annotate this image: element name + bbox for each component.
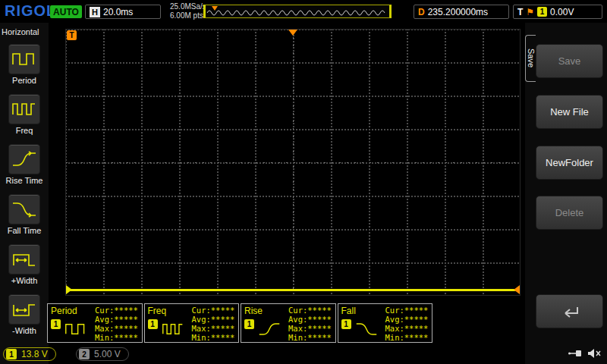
- period-icon: [64, 321, 87, 340]
- center-vertical-axis: [293, 30, 294, 295]
- trigger-level-marker-icon[interactable]: [514, 285, 520, 294]
- delay-value: 235.200000ms: [428, 7, 488, 17]
- delay-box: D 235.200000ms: [414, 5, 509, 19]
- rigol-logo: RIGOL: [5, 2, 56, 20]
- measurement-channel-badge: 1: [51, 319, 61, 329]
- return-icon: [558, 304, 581, 319]
- measurement-name: Period: [51, 306, 77, 316]
- menu-item-rise-time[interactable]: Rise Time: [0, 144, 49, 185]
- menu-item-label: +Width: [0, 276, 49, 285]
- channel2-status[interactable]: 2 5.00 V: [76, 347, 129, 361]
- delay-label: D: [418, 7, 425, 17]
- speaker-muted-icon: [587, 347, 602, 362]
- run-status-badge: AUTO: [50, 5, 82, 18]
- menu-item-freq[interactable]: Freq: [0, 94, 49, 135]
- channel2-badge: 2: [79, 349, 90, 359]
- rise-time-icon: [258, 321, 281, 340]
- horizontal-timebase-box: H 20.0ms: [85, 5, 161, 19]
- measurement-stats: Cur:***** Avg:***** Max:***** Min:*****: [192, 306, 235, 342]
- channel1-scale: 13.8 V: [21, 349, 48, 359]
- menu-item-label: Period: [0, 76, 49, 85]
- measurement-panel-rise: Rise 1 Cur:***** Avg:***** Max:***** Min…: [241, 303, 336, 343]
- period-icon: [8, 44, 40, 74]
- back-button[interactable]: [536, 294, 603, 328]
- channel1-trace: [67, 289, 519, 291]
- measurement-panel-fall: Fall 1 Cur:***** Avg:***** Max:***** Min…: [338, 303, 433, 343]
- menu-tab-save: Save: [525, 35, 536, 82]
- menu-item-minus-width[interactable]: -Width: [0, 294, 49, 335]
- waveform-display: T: [65, 29, 521, 296]
- save-button[interactable]: Save: [536, 44, 603, 78]
- trigger-channel-badge: 1: [537, 7, 547, 17]
- channel1-ground-marker-icon[interactable]: [66, 285, 72, 294]
- trigger-position-corner-marker: T: [67, 30, 77, 40]
- freq-icon: [162, 321, 184, 340]
- menu-item-label: -Width: [0, 326, 49, 335]
- memory-waveform-icon: [206, 6, 388, 18]
- new-folder-button[interactable]: NewFolder: [536, 146, 603, 180]
- plus-width-icon: [8, 244, 40, 275]
- measurement-stats: Cur:***** Avg:***** Max:***** Min:*****: [288, 306, 332, 342]
- new-file-button[interactable]: New File: [536, 95, 603, 129]
- memory-position-indicator[interactable]: [203, 5, 392, 18]
- trigger-flag-icon: ⚑: [526, 8, 534, 17]
- fall-time-icon: [355, 321, 378, 340]
- fall-time-icon: [8, 194, 40, 224]
- channel1-badge: 1: [6, 349, 17, 359]
- channel1-status[interactable]: 1 13.8 V: [3, 347, 56, 361]
- menu-item-period[interactable]: Period: [0, 44, 49, 85]
- menu-item-plus-width[interactable]: +Width: [0, 244, 49, 285]
- trigger-level-value: 0.00V: [550, 7, 574, 17]
- acquisition-info: 25.0MSa/s 6.00M pts: [170, 2, 206, 20]
- measurement-name: Freq: [148, 306, 167, 316]
- sample-rate: 25.0MSa/s: [170, 2, 206, 11]
- delete-button[interactable]: Delete: [536, 196, 603, 230]
- menu-item-label: Fall Time: [0, 226, 49, 235]
- measure-menu-title: Horizontal: [2, 27, 39, 36]
- timebase-value: 20.0ms: [103, 7, 133, 17]
- memory-position-marker-icon: [212, 6, 218, 11]
- trigger-box: T ⚑ 1 0.00V: [513, 5, 602, 19]
- measurement-channel-badge: 1: [244, 319, 254, 329]
- horizontal-label: H: [90, 7, 100, 17]
- measurement-channel-badge: 1: [148, 319, 158, 329]
- measurement-results-row: Period 1 Cur:***** Avg:***** Max:***** M…: [47, 303, 432, 343]
- menu-item-fall-time[interactable]: Fall Time: [0, 194, 49, 235]
- measurement-panel-period: Period 1 Cur:***** Avg:***** Max:***** M…: [47, 303, 143, 343]
- measurement-stats: Cur:***** Avg:***** Max:***** Min:*****: [95, 306, 138, 342]
- usb-icon: [568, 347, 583, 362]
- rise-time-icon: [8, 144, 40, 174]
- trigger-label: T: [517, 7, 523, 17]
- menu-item-label: Rise Time: [0, 176, 49, 185]
- trigger-position-marker-icon[interactable]: [288, 30, 297, 36]
- menu-item-label: Freq: [0, 126, 49, 135]
- measurement-channel-badge: 1: [341, 319, 351, 329]
- freq-icon: [8, 94, 40, 124]
- memory-depth: 6.00M pts: [170, 11, 206, 20]
- measurement-name: Fall: [341, 306, 356, 316]
- measurement-panel-freq: Freq 1 Cur:***** Avg:***** Max:***** Min…: [144, 303, 240, 343]
- measurement-stats: Cur:***** Avg:***** Max:***** Min:*****: [385, 306, 429, 342]
- measurement-name: Rise: [244, 306, 263, 316]
- channel2-scale: 5.00 V: [94, 349, 121, 359]
- minus-width-icon: [8, 294, 40, 325]
